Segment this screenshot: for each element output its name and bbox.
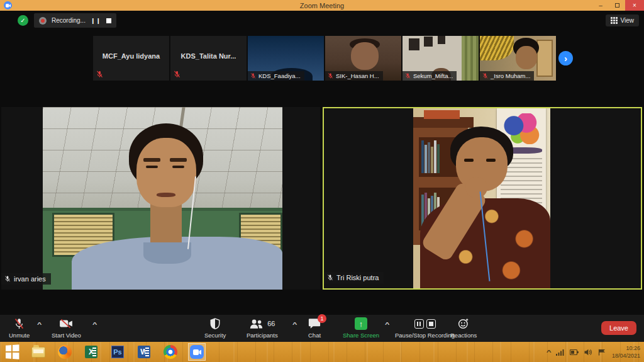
- start-video-label: Start Video: [52, 332, 81, 339]
- video-feed-irvan: [43, 107, 282, 290]
- muted-mic-icon: [174, 71, 180, 78]
- participant-thumbnail[interactable]: SIK-_Hasan H...: [325, 36, 401, 81]
- video-options-caret[interactable]: ^: [92, 321, 97, 327]
- grid-view-icon: [611, 17, 618, 24]
- mic-icon: [327, 274, 333, 281]
- leave-button[interactable]: Leave: [601, 321, 636, 335]
- encryption-shield-icon[interactable]: ✓: [18, 15, 28, 26]
- participant-name: SIK-_Hasan H...: [336, 72, 379, 79]
- zoom-camera-icon: [190, 345, 204, 359]
- recording-dot-icon: [39, 17, 47, 25]
- participant-thumbnail[interactable]: _Isro Muham...: [480, 36, 556, 81]
- participant-name: Tri Riski putra: [336, 274, 379, 281]
- meeting-toolbar: Unmute ^ Start Video ^ Security 66 Parti…: [0, 315, 644, 342]
- security-label: Security: [204, 332, 226, 339]
- meeting-top-strip: ✓ Recording... ❙❙ View: [0, 11, 644, 33]
- stop-recording-icon[interactable]: [426, 319, 436, 329]
- chat-button[interactable]: 1 Chat: [308, 317, 321, 339]
- mic-icon: [4, 275, 11, 283]
- person-hand: [465, 177, 487, 198]
- main-video-irvan[interactable]: irvan aries: [1, 107, 320, 290]
- photoshop-icon[interactable]: Ps: [109, 344, 126, 360]
- windows-logo-icon: [6, 344, 19, 359]
- window-titlebar[interactable]: Zoom Meeting – ×: [0, 0, 644, 11]
- video-feed-tri-riski: [413, 108, 550, 288]
- file-explorer-icon[interactable]: [30, 344, 47, 360]
- unmute-label: Unmute: [9, 332, 30, 339]
- chrome-icon[interactable]: [162, 344, 179, 360]
- taskbar-clock[interactable]: 10:26 18/04/2021: [612, 344, 640, 359]
- maximize-button[interactable]: [609, 0, 625, 11]
- eye: [464, 159, 474, 162]
- next-page-arrow-button[interactable]: ›: [558, 51, 573, 65]
- unmute-button[interactable]: Unmute ^: [9, 317, 30, 339]
- window-title: Zoom Meeting: [0, 2, 644, 9]
- muted-mic-icon: [482, 72, 488, 79]
- participant-nametag: _Isro Muham...: [480, 71, 534, 81]
- mic-options-caret[interactable]: ^: [37, 321, 42, 327]
- eye: [172, 166, 184, 169]
- muted-mic-icon: [405, 72, 411, 79]
- clock-time: 10:26: [612, 344, 640, 352]
- pause-recording-icon[interactable]: [414, 319, 424, 329]
- firefox-icon[interactable]: [57, 344, 73, 360]
- battery-icon[interactable]: [570, 349, 579, 356]
- pause-recording-button[interactable]: ❙❙: [91, 18, 101, 24]
- participants-button[interactable]: 66 Participants ^: [247, 317, 278, 339]
- mouth: [157, 193, 175, 197]
- start-video-button[interactable]: Start Video ^: [52, 317, 81, 339]
- action-center-flag-icon[interactable]: [598, 349, 606, 356]
- close-button[interactable]: ×: [625, 0, 644, 11]
- share-screen-icon: ↑: [355, 317, 367, 330]
- muted-mic-icon: [14, 318, 25, 330]
- view-label: View: [621, 17, 635, 24]
- share-options-caret[interactable]: ^: [385, 321, 389, 327]
- shield-icon: [210, 318, 220, 329]
- participant-name: irvan aries: [14, 275, 46, 283]
- participant-name: KDS_Faadiya...: [258, 72, 301, 79]
- participant-thumbnail[interactable]: MCF_Ayu lidyana: [93, 36, 169, 81]
- share-screen-label: Share Screen: [343, 332, 379, 339]
- stop-recording-button[interactable]: [106, 18, 111, 23]
- eyebrow: [170, 158, 187, 162]
- share-screen-button[interactable]: ↑ Share Screen ^: [343, 317, 379, 339]
- participant-thumbnail[interactable]: Sekum_Mifta...: [402, 36, 479, 81]
- participant-name: KDS_Talita Nur...: [170, 52, 247, 60]
- word-icon[interactable]: W: [136, 344, 152, 360]
- video-off-icon: [59, 319, 73, 329]
- view-button[interactable]: View: [606, 14, 640, 26]
- participant-name: MCF_Ayu lidyana: [93, 52, 169, 60]
- reactions-smiley-icon: [458, 318, 469, 329]
- network-signal-icon[interactable]: [556, 349, 564, 356]
- recording-indicator: Recording... ❙❙: [34, 13, 116, 28]
- security-button[interactable]: Security: [204, 317, 226, 339]
- eye: [486, 159, 496, 162]
- excel-icon[interactable]: X: [83, 344, 99, 360]
- eyebrow: [143, 158, 160, 162]
- participant-nametag: Sekum_Mifta...: [402, 71, 457, 81]
- muted-mic-icon: [250, 72, 256, 79]
- zoom-taskbar-icon[interactable]: [189, 344, 205, 360]
- system-tray: ^ 10:26 18/04/2021: [547, 342, 640, 362]
- minimize-button[interactable]: –: [592, 0, 609, 11]
- clock-date: 18/04/2021: [612, 352, 640, 359]
- participants-label: Participants: [247, 332, 278, 339]
- participant-nametag: Tri Riski putra: [324, 272, 384, 283]
- muted-mic-icon: [328, 72, 333, 79]
- participant-name: _Isro Muham...: [491, 72, 530, 79]
- zoom-meeting-window: Zoom Meeting – × ✓ Recording... ❙❙ View …: [0, 0, 644, 362]
- shirt-collar: [143, 242, 191, 264]
- participant-nametag: KDS_Faadiya...: [248, 71, 304, 81]
- participant-thumbnail[interactable]: KDS_Faadiya...: [248, 36, 324, 81]
- volume-icon[interactable]: [584, 349, 592, 356]
- main-video-tri-riski-active-speaker[interactable]: Tri Riski putra: [323, 107, 642, 290]
- participants-options-caret[interactable]: ^: [292, 321, 297, 327]
- reactions-label: Reactions: [450, 332, 477, 339]
- tray-expand-caret[interactable]: ^: [546, 349, 551, 355]
- participant-thumbnail[interactable]: KDS_Talita Nur...: [170, 36, 247, 81]
- reactions-button[interactable]: Reactions: [450, 317, 477, 339]
- participants-icon: [249, 319, 264, 329]
- pause-stop-recording-label: Pause/Stop Recording: [395, 332, 455, 339]
- start-button[interactable]: [4, 344, 20, 360]
- pause-stop-recording-button[interactable]: Pause/Stop Recording: [395, 317, 455, 339]
